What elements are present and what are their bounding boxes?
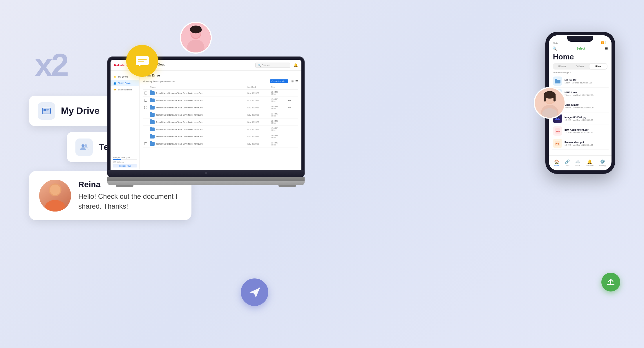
- avatar-top: [180, 22, 212, 54]
- nav-cloud[interactable]: Cloud: [157, 63, 165, 67]
- file-meta: 1.3 MB · Modified at 2023/03/05: [565, 119, 607, 121]
- svg-rect-24: [607, 284, 614, 285]
- file-info: Presentation.ppt 1.3 MB · Modified at 20…: [565, 141, 607, 146]
- svg-rect-10: [136, 56, 149, 65]
- phone-file-item[interactable]: PDF IBM-Assignment.pdf 1.3 MB · Modified…: [552, 125, 609, 137]
- pdf-icon: PDF: [553, 126, 562, 136]
- laptop-feet: [107, 185, 305, 187]
- list-view-icon[interactable]: ☰: [295, 80, 298, 83]
- svg-rect-14: [555, 79, 557, 80]
- create-team-btn[interactable]: Create team fo...: [270, 79, 288, 83]
- my-drive-label: My Drive: [61, 105, 100, 116]
- row-checkbox[interactable]: [144, 99, 147, 102]
- file-meta: 1.3 MB · Modified at 2023/03/15: [565, 132, 607, 134]
- svg-rect-37: [553, 95, 556, 101]
- sidebar-item-teamdrive[interactable]: 👥 Team Drive: [111, 80, 139, 86]
- view-filter-label: View only folders you can access: [143, 80, 175, 83]
- svg-rect-11: [138, 59, 147, 60]
- message-icon-bubble: [126, 45, 158, 77]
- svg-rect-36: [544, 95, 546, 101]
- table-row[interactable]: Team Drive folder nameTeam Drive folder …: [143, 126, 298, 133]
- main-title: Team Drive: [143, 74, 298, 77]
- table-row[interactable]: Team Drive folder nameTeam Drive folder …: [143, 140, 298, 147]
- nav-settings[interactable]: ⚙️ Settings: [599, 159, 606, 167]
- storage-info: Free personal plan 125,586 used Upgrade …: [113, 156, 137, 167]
- svg-rect-4: [46, 110, 48, 111]
- folder-icon: [150, 142, 155, 146]
- x2-label: x2: [35, 46, 67, 83]
- chat-message: Hello! Check out the document I shared. …: [78, 192, 181, 211]
- laptop-base: [107, 181, 305, 185]
- folder-icon: [150, 113, 155, 117]
- file-name: MiPictures: [565, 91, 607, 94]
- svg-point-9: [50, 185, 60, 195]
- laptop: Rakuten Drive Transfer Cloud 🔍 Search 🔔 …: [107, 57, 305, 187]
- row-checkbox[interactable]: [144, 106, 147, 109]
- phone-notch: [567, 36, 593, 42]
- upload-fab[interactable]: [601, 273, 620, 291]
- team-drive-icon: [75, 139, 93, 156]
- file-meta: 1 item · Modified at 2023/01/05: [565, 82, 607, 84]
- chat-avatar: [39, 180, 71, 212]
- svg-rect-2: [44, 109, 46, 111]
- tab-files[interactable]: Files: [589, 64, 607, 69]
- phone-file-item[interactable]: NB Folder 1 item · Modified at 2023/01/0…: [552, 75, 609, 88]
- table-row[interactable]: Team Drive folder nameTeam Drive folder …: [143, 111, 298, 119]
- row-checkbox[interactable]: [144, 92, 147, 94]
- table-row[interactable]: Team Drive folder nameTeam Drive folder …: [143, 97, 298, 104]
- file-info: MiPictures 2 items · Modified at 2023/02…: [565, 91, 607, 96]
- ppt-icon: PPT: [553, 139, 562, 148]
- folder-icon: [150, 106, 155, 110]
- phone-top-bar: 🔍 Select ☰: [549, 45, 612, 52]
- svg-point-8: [45, 200, 65, 212]
- app-search-box[interactable]: 🔍 Search: [255, 63, 290, 68]
- nav-links[interactable]: 🔗 Links: [565, 159, 570, 167]
- folder-icon: [150, 127, 155, 131]
- phone-title: Home: [549, 52, 612, 63]
- laptop-chin: [107, 171, 305, 177]
- phone-file-item[interactable]: PPT Presentation.ppt 1.3 MB · Modified a…: [552, 137, 609, 150]
- svg-rect-3: [46, 109, 49, 110]
- nav-home[interactable]: 🏠 Home: [554, 159, 559, 167]
- folder-icon: [150, 99, 155, 102]
- file-name: Presentation.ppt: [565, 141, 607, 144]
- table-row[interactable]: Team Drive folder nameTeam Drive folder …: [143, 133, 298, 140]
- sidebar-item-shared[interactable]: 🤝 Shared with Me: [111, 86, 139, 93]
- folder-icon: [150, 91, 155, 95]
- more-icon[interactable]: ⋯: [288, 106, 297, 109]
- more-icon[interactable]: ⋯: [288, 99, 297, 102]
- row-checkbox[interactable]: [144, 142, 147, 145]
- phone-bottom-nav: 🏠 Home 🔗 Links ☁️ Cloud 🔔 Activities ⚙️: [549, 155, 612, 170]
- notification-icon[interactable]: 🔔: [294, 63, 298, 67]
- file-info: IBM-Assignment.pdf 1.3 MB · Modified at …: [565, 128, 607, 134]
- table-row[interactable]: Team Drive folder nameTeam Drive folder …: [143, 104, 298, 111]
- avatar-right: [534, 87, 566, 119]
- file-info: Image-0230307.jpg 1.3 MB · Modified at 2…: [565, 116, 607, 121]
- svg-point-38: [542, 108, 557, 119]
- phone-search-icon[interactable]: 🔍: [552, 46, 557, 51]
- my-drive-icon: [38, 102, 55, 120]
- nav-activities[interactable]: 🔔 Activities: [586, 159, 594, 167]
- svg-point-5: [82, 144, 84, 147]
- upgrade-btn[interactable]: Upgrade Plan: [113, 164, 137, 167]
- svg-point-6: [84, 144, 87, 147]
- nav-cloud[interactable]: ☁️ Cloud: [575, 159, 580, 167]
- phone-menu-icon[interactable]: ☰: [605, 46, 608, 51]
- table-row[interactable]: Team Drive folder nameTeam Drive folder …: [143, 119, 298, 126]
- more-icon[interactable]: ⋯: [288, 92, 297, 95]
- tab-videos[interactable]: Videos: [571, 64, 589, 69]
- file-name: Image-0230307.jpg: [565, 116, 607, 119]
- main-toolbar: View only folders you can access Create …: [143, 79, 298, 83]
- svg-point-30: [190, 25, 201, 31]
- grid-view-icon[interactable]: ⊞: [291, 80, 294, 83]
- file-meta: 2 items · Modified at 2023/02/03: [565, 94, 607, 96]
- phone-tabs: Photos Videos Files: [553, 63, 607, 70]
- tab-photos[interactable]: Photos: [553, 64, 571, 69]
- file-name: IBM-Assignment.pdf: [565, 128, 607, 131]
- file-meta: 1.3 MB · Modified at 2023/04/05: [565, 144, 607, 146]
- table-row[interactable]: Team Drive folder nameTeam Drive folder …: [143, 90, 298, 97]
- folder-icon: [150, 120, 155, 124]
- phone-select-btn[interactable]: Select: [576, 47, 585, 50]
- svg-rect-12: [138, 61, 144, 62]
- phone-breadcrumb[interactable]: Internal storage >: [549, 71, 612, 75]
